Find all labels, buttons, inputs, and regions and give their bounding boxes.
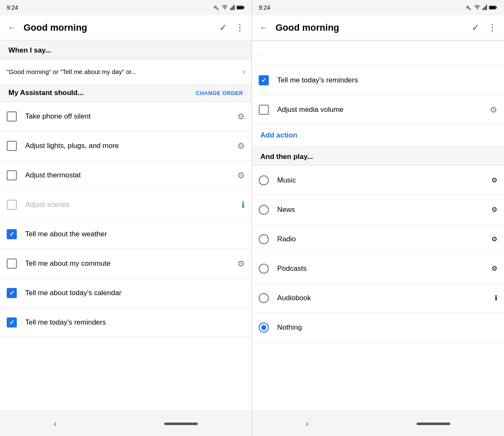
checkbox-adjust-lights[interactable] <box>7 141 17 151</box>
signal-icon-r <box>482 5 487 11</box>
status-icons-right <box>465 5 497 11</box>
home-indicator-right[interactable] <box>417 423 450 425</box>
item-label-tell-reminders-right: Tell me today's reminders <box>277 76 497 85</box>
trigger-phrase-text: "Good morning" or "Tell me about my day"… <box>7 68 242 75</box>
item-label-take-phone-off-silent: Take phone off silent <box>25 112 237 121</box>
radio-radio[interactable] <box>259 234 269 244</box>
radio-news[interactable] <box>259 205 269 215</box>
svg-line-2 <box>218 8 218 9</box>
list-item-tell-me-reminders[interactable]: Tell me today's reminders <box>0 308 252 337</box>
checkbox-adjust-media-volume[interactable] <box>259 105 269 115</box>
checkbox-tell-me-calendar[interactable] <box>7 288 17 298</box>
radio-music[interactable] <box>259 175 269 185</box>
svg-point-14 <box>477 9 478 10</box>
list-item-tell-me-calendar[interactable]: Tell me about today's calendar <box>0 278 252 308</box>
svg-rect-17 <box>485 6 486 10</box>
check-button-left[interactable]: ✓ <box>215 19 231 36</box>
gear-icon-adjust-media-volume[interactable]: ⚙ <box>490 105 497 115</box>
svg-point-3 <box>225 9 226 10</box>
item-label-music: Music <box>277 176 491 185</box>
svg-rect-15 <box>483 8 483 10</box>
checkbox-tell-me-commute[interactable] <box>7 259 17 269</box>
radio-item-nothing[interactable]: Nothing <box>252 313 504 342</box>
my-assistant-label: My Assistant should... <box>8 89 84 97</box>
list-item-tell-me-weather[interactable]: Tell me about the weather <box>0 219 252 249</box>
item-label-tell-me-commute: Tell me about my commute <box>25 259 237 268</box>
trigger-phrase-item[interactable]: "Good morning" or "Tell me about my day"… <box>0 59 252 85</box>
change-order-button[interactable]: CHANGE ORDER <box>196 90 243 96</box>
page-title-right: Good morning <box>272 22 467 33</box>
list-item-adjust-thermostat[interactable]: Adjust thermostat ⚙ <box>0 161 252 190</box>
gear-icon-tell-me-commute[interactable]: ⚙ <box>237 259 245 269</box>
info-icon-adjust-scenes[interactable]: ℹ <box>242 200 245 210</box>
item-label-tell-me-reminders: Tell me today's reminders <box>25 318 245 327</box>
radio-item-audiobook[interactable]: Audiobook ℹ <box>252 283 504 313</box>
radio-podcasts[interactable] <box>259 264 269 274</box>
gear-icon-adjust-thermostat[interactable]: ⚙ <box>237 170 245 180</box>
checkbox-tell-me-reminders[interactable] <box>7 317 17 328</box>
back-nav-button-right[interactable]: ‹ <box>306 419 309 428</box>
radio-item-music[interactable]: Music ⚙ <box>252 166 504 195</box>
list-item-adjust-scenes[interactable]: Adjust scenes ℹ <box>0 190 252 219</box>
gear-icon-take-phone-off-silent[interactable]: ⚙ <box>237 111 245 122</box>
svg-rect-6 <box>233 6 234 10</box>
back-button-left[interactable]: ← <box>3 19 20 36</box>
battery-icon <box>236 5 245 11</box>
list-item-tell-reminders-right[interactable]: Tell me today's reminders <box>252 66 504 95</box>
status-bar-right: 9:24 <box>252 0 504 15</box>
radio-audiobook[interactable] <box>259 293 269 303</box>
left-panel: 9:24 ← Good morning ✓ ⋮ When I say... "G… <box>0 0 252 436</box>
radio-nothing[interactable] <box>259 322 269 333</box>
gear-icon-news[interactable]: ⚙ <box>491 206 497 214</box>
item-label-adjust-scenes: Adjust scenes <box>25 201 242 209</box>
time-left: 9:24 <box>7 4 18 11</box>
list-item-take-phone-off-silent[interactable]: Take phone off silent ⚙ <box>0 102 252 131</box>
more-button-right[interactable]: ⋮ <box>484 19 501 36</box>
list-item-adjust-lights[interactable]: Adjust lights, plugs, and more ⚙ <box>0 131 252 161</box>
wifi-icon <box>221 5 228 11</box>
svg-line-13 <box>470 8 471 9</box>
list-item-tell-me-commute[interactable]: Tell me about my commute ⚙ <box>0 249 252 278</box>
checkbox-tell-reminders-right[interactable] <box>259 75 269 85</box>
check-button-right[interactable]: ✓ <box>467 19 484 36</box>
checkbox-adjust-scenes[interactable] <box>7 200 17 210</box>
svg-rect-10 <box>237 6 243 9</box>
back-nav-button-left[interactable]: ‹ <box>54 419 57 428</box>
radio-item-radio[interactable]: Radio ⚙ <box>252 225 504 254</box>
time-right: 9:24 <box>259 4 270 11</box>
checkbox-tell-me-weather[interactable] <box>7 229 17 239</box>
signal-icon <box>230 5 235 11</box>
item-label-audiobook: Audiobook <box>277 294 495 302</box>
more-button-left[interactable]: ⋮ <box>231 19 248 36</box>
item-label-adjust-lights: Adjust lights, plugs, and more <box>25 142 237 150</box>
nav-bar-right: ‹ <box>252 411 504 436</box>
gear-icon-adjust-lights[interactable]: ⚙ <box>237 141 245 151</box>
svg-point-0 <box>214 6 216 8</box>
toolbar-right: ← Good morning ✓ ⋮ <box>252 15 504 40</box>
item-label-news: News <box>277 206 491 214</box>
gear-icon-music[interactable]: ⚙ <box>491 176 497 184</box>
item-label-tell-me-weather: Tell me about the weather <box>25 230 245 238</box>
home-indicator-left[interactable] <box>164 423 198 425</box>
radio-item-podcasts[interactable]: Podcasts ⚙ <box>252 254 504 283</box>
and-then-play-header: And then play... <box>252 147 504 166</box>
back-button-right[interactable]: ← <box>255 19 272 36</box>
svg-point-11 <box>467 6 469 8</box>
battery-icon-r <box>489 5 497 11</box>
status-icons-left <box>213 5 245 11</box>
checkbox-take-phone-off-silent[interactable] <box>7 111 17 122</box>
add-action-button[interactable]: Add action <box>252 124 504 147</box>
checkbox-adjust-thermostat[interactable] <box>7 170 17 180</box>
list-item-adjust-media-volume[interactable]: Adjust media volume ⚙ <box>252 95 504 124</box>
radio-item-news[interactable]: News ⚙ <box>252 195 504 225</box>
gear-icon-podcasts[interactable]: ⚙ <box>491 264 497 272</box>
info-icon-audiobook[interactable]: ℹ <box>495 294 497 302</box>
scrolled-partial-item: ... <box>252 40 504 66</box>
gear-icon-radio[interactable]: ⚙ <box>491 235 497 243</box>
item-label-nothing: Nothing <box>277 323 497 332</box>
when-i-say-header: When I say... <box>0 40 252 59</box>
svg-rect-20 <box>496 7 497 8</box>
item-label-adjust-media-volume: Adjust media volume <box>277 106 490 114</box>
item-label-podcasts: Podcasts <box>277 264 491 273</box>
partial-text: ... <box>259 50 497 56</box>
